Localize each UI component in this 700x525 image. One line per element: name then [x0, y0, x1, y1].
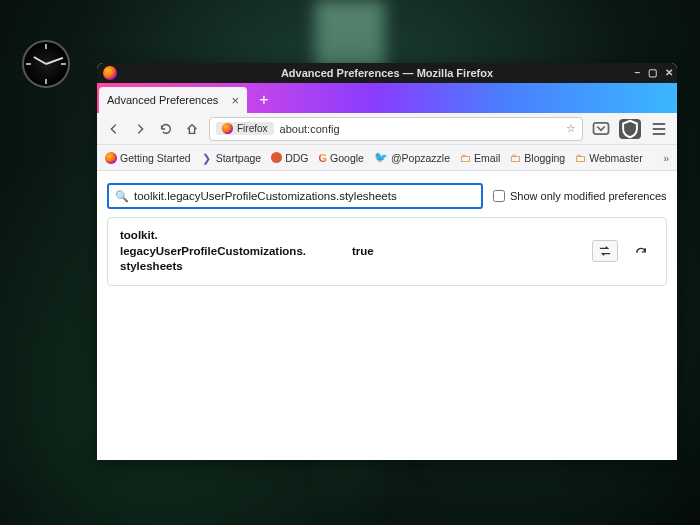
pref-search-box[interactable]: 🔍	[107, 183, 483, 209]
ddg-icon	[271, 152, 282, 163]
bookmark-popzazzle[interactable]: 🐦@Popzazzle	[374, 151, 450, 164]
minimize-button[interactable]: –	[634, 68, 640, 78]
close-button[interactable]: ✕	[665, 68, 673, 78]
tab-bar: Advanced Preferences × +	[97, 83, 677, 113]
bookmarks-overflow-icon[interactable]: »	[663, 152, 669, 164]
firefox-icon	[222, 123, 233, 134]
folder-icon: 🗀	[460, 152, 471, 164]
show-modified-checkbox[interactable]	[493, 190, 505, 202]
window-titlebar[interactable]: Advanced Preferences — Mozilla Firefox –…	[97, 63, 677, 83]
tab-close-icon[interactable]: ×	[231, 93, 239, 108]
back-button[interactable]	[105, 120, 123, 138]
desktop-clock-widget[interactable]	[22, 40, 70, 88]
startpage-icon: ❯	[201, 152, 213, 164]
hamburger-menu-icon[interactable]	[649, 119, 669, 139]
maximize-button[interactable]: ▢	[648, 68, 657, 78]
pref-result-row: toolkit. legacyUserProfileCustomizations…	[107, 217, 667, 286]
twitter-icon: 🐦	[374, 151, 388, 164]
pref-actions	[592, 240, 654, 262]
browser-tab-active[interactable]: Advanced Preferences ×	[99, 87, 247, 113]
firefox-logo-icon	[103, 66, 117, 80]
bookmark-startpage[interactable]: ❯Startpage	[201, 152, 262, 164]
url-text: about:config	[280, 123, 560, 135]
bookmark-email[interactable]: 🗀Email	[460, 152, 500, 164]
bookmark-star-icon[interactable]: ☆	[566, 122, 576, 135]
folder-icon: 🗀	[510, 152, 521, 164]
show-modified-checkbox-label[interactable]: Show only modified preferences	[493, 190, 667, 202]
reload-button[interactable]	[157, 120, 175, 138]
identity-badge[interactable]: Firefox	[216, 122, 274, 135]
navigation-toolbar: Firefox about:config ☆	[97, 113, 677, 145]
identity-label: Firefox	[237, 123, 268, 134]
pref-name: toolkit. legacyUserProfileCustomizations…	[120, 228, 352, 275]
about-config-content: 🔍 Show only modified preferences toolkit…	[97, 171, 677, 298]
home-button[interactable]	[183, 120, 201, 138]
new-tab-button[interactable]: +	[253, 89, 275, 111]
window-controls: – ▢ ✕	[634, 68, 673, 78]
search-row: 🔍 Show only modified preferences	[107, 183, 667, 209]
forward-button[interactable]	[131, 120, 149, 138]
bookmark-getting-started[interactable]: Getting Started	[105, 152, 191, 164]
toggle-button[interactable]	[592, 240, 618, 262]
url-bar[interactable]: Firefox about:config ☆	[209, 117, 583, 141]
firefox-window: Advanced Preferences — Mozilla Firefox –…	[97, 63, 677, 460]
bookmarks-toolbar: Getting Started ❯Startpage DDG GGoogle 🐦…	[97, 145, 677, 171]
pref-value: true	[352, 245, 592, 257]
svg-rect-0	[594, 122, 609, 133]
search-icon: 🔍	[115, 190, 129, 203]
bookmark-ddg[interactable]: DDG	[271, 152, 308, 164]
pocket-icon[interactable]	[591, 119, 611, 139]
bookmark-webmaster[interactable]: 🗀Webmaster	[575, 152, 643, 164]
desktop-wallpaper: Advanced Preferences — Mozilla Firefox –…	[0, 0, 700, 525]
google-icon: G	[319, 152, 328, 164]
show-modified-text: Show only modified preferences	[510, 190, 667, 202]
bookmark-google[interactable]: GGoogle	[319, 152, 364, 164]
reset-button[interactable]	[628, 240, 654, 262]
firefox-icon	[105, 152, 117, 164]
pref-search-input[interactable]	[134, 190, 475, 202]
tab-label: Advanced Preferences	[107, 94, 218, 106]
protection-shield-icon[interactable]	[619, 119, 641, 139]
folder-icon: 🗀	[575, 152, 586, 164]
window-title: Advanced Preferences — Mozilla Firefox	[281, 67, 493, 79]
bookmark-blogging[interactable]: 🗀Blogging	[510, 152, 565, 164]
